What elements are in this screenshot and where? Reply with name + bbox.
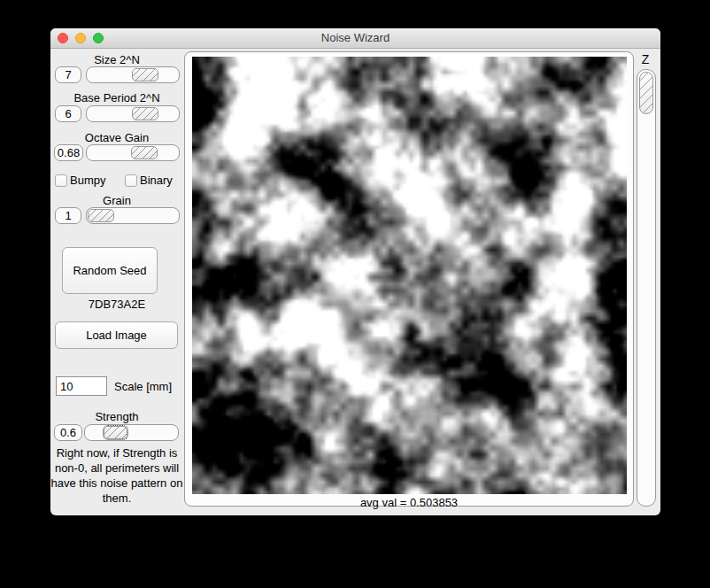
base-period-slider-thumb[interactable] [132, 107, 158, 120]
bumpy-checkbox[interactable] [55, 174, 67, 187]
noise-preview-canvas [192, 57, 627, 494]
grain-value-field[interactable]: 1 [55, 207, 81, 224]
grain-label: Grain [50, 194, 183, 207]
scale-label: Scale [mm] [114, 380, 172, 393]
base-period-value-field[interactable]: 6 [55, 105, 81, 122]
z-axis-label: Z [635, 52, 656, 66]
avg-value-label: avg val = 0.503853 [185, 496, 633, 509]
octave-gain-label: Octave Gain [50, 131, 183, 144]
octave-gain-slider-thumb[interactable] [131, 146, 158, 159]
z-slider-thumb[interactable] [639, 72, 653, 114]
size-slider[interactable] [86, 66, 180, 83]
seed-value: 7DB73A2E [50, 298, 183, 311]
grain-slider[interactable] [86, 207, 180, 224]
z-slider[interactable] [637, 69, 656, 507]
window-title: Noise Wizard [50, 28, 660, 48]
octave-gain-slider[interactable] [86, 144, 180, 161]
noise-wizard-window: Noise Wizard Size 2^N 7 Base Period 2^N … [50, 28, 660, 515]
titlebar[interactable]: Noise Wizard [50, 28, 660, 49]
size-slider-thumb[interactable] [132, 68, 158, 81]
checkbox-row: Bumpy Binary [50, 174, 183, 188]
base-period-slider[interactable] [86, 105, 180, 122]
strength-slider-thumb[interactable] [104, 426, 127, 439]
binary-checkbox[interactable] [125, 174, 137, 187]
strength-value-field[interactable]: 0.6 [54, 424, 82, 441]
octave-gain-value-field[interactable]: 0.68 [54, 144, 83, 161]
noise-preview-panel: avg val = 0.503853 [184, 51, 634, 507]
strength-label: Strength [50, 410, 183, 423]
random-seed-button[interactable]: Random Seed [62, 247, 158, 294]
bumpy-checkbox-label[interactable]: Bumpy [70, 174, 105, 187]
load-image-button[interactable]: Load Image [55, 321, 178, 349]
desktop: { "window": { "title": "Noise Wizard" },… [0, 0, 710, 588]
strength-note: Right now, if Strength is non-0, all per… [50, 445, 184, 506]
grain-slider-thumb[interactable] [88, 209, 114, 222]
size-value-field[interactable]: 7 [55, 66, 81, 83]
binary-checkbox-label[interactable]: Binary [140, 174, 173, 187]
scale-input[interactable] [56, 376, 107, 396]
strength-slider[interactable] [84, 424, 179, 441]
size-label: Size 2^N [50, 53, 183, 66]
base-period-label: Base Period 2^N [50, 91, 183, 104]
